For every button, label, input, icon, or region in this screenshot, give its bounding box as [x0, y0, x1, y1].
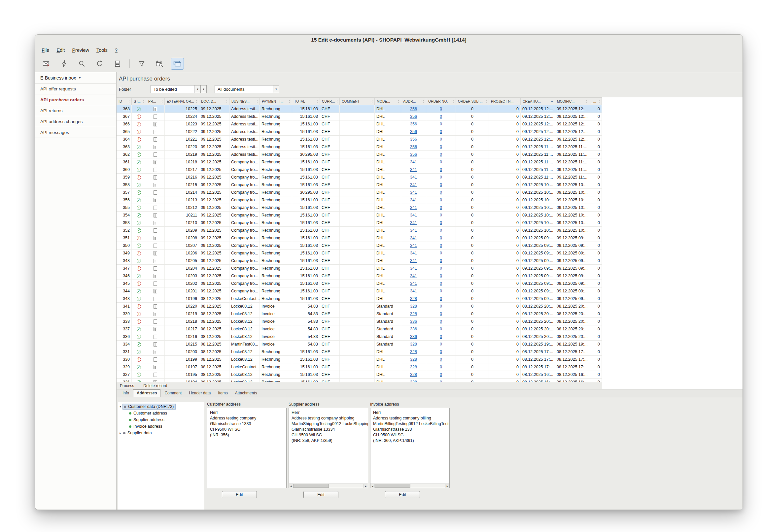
address-link[interactable]: 341: [410, 213, 417, 218]
address-link[interactable]: 341: [410, 228, 417, 233]
address-link[interactable]: 341: [410, 198, 417, 202]
edit-invoice-address-button[interactable]: Edit: [385, 491, 420, 499]
document-preview-icon[interactable]: [154, 289, 157, 294]
column-header-modified[interactable]: MODIFIC...: [555, 98, 589, 105]
table-row[interactable]: 352✓1020909.12.2025Company fro...Rechnun…: [116, 227, 602, 234]
document-preview-icon[interactable]: [154, 342, 157, 347]
table-row[interactable]: 360✓1021709.12.2025Company fro...Rechnun…: [116, 166, 602, 173]
table-row[interactable]: 336✓1021608.12.2025Locke08.12Invoice54.8…: [116, 333, 602, 341]
address-link[interactable]: 341: [410, 266, 417, 271]
order-no-link[interactable]: 0: [440, 235, 442, 240]
filter-icon[interactable]: [135, 58, 148, 70]
order-no-link[interactable]: 0: [440, 274, 442, 278]
tab-addresses[interactable]: Addresses: [133, 389, 160, 397]
table-row[interactable]: 366!1022309.12.2025Address testi...Rechn…: [116, 120, 602, 128]
document-preview-icon[interactable]: [154, 372, 157, 377]
document-preview-icon[interactable]: [154, 221, 157, 225]
column-header-currency[interactable]: CURR...: [320, 98, 340, 105]
table-row[interactable]: 326✓1019408.12.2025Locke08.12Rechnung15'…: [116, 378, 602, 382]
order-no-link[interactable]: 0: [440, 190, 442, 195]
table-row[interactable]: 341!1022008.12.2025Locke08.12Invoice54.8…: [116, 302, 602, 310]
order-no-link[interactable]: 0: [440, 350, 442, 354]
order-no-link[interactable]: 0: [440, 221, 442, 225]
search-icon[interactable]: [75, 58, 89, 70]
address-link[interactable]: 328: [410, 350, 417, 354]
tree-item-invoice-address[interactable]: Invoice address: [118, 423, 204, 430]
address-link[interactable]: 356: [410, 122, 417, 126]
document-preview-icon[interactable]: [154, 365, 157, 369]
document-preview-icon[interactable]: [154, 259, 157, 263]
order-no-link[interactable]: 0: [440, 182, 442, 187]
table-row[interactable]: 350✓1020709.12.2025Company fro...Rechnun…: [116, 242, 602, 249]
scrollbar-thumb[interactable]: [375, 484, 411, 488]
process-button[interactable]: Process: [120, 383, 134, 388]
order-no-link[interactable]: 0: [440, 372, 442, 377]
table-row[interactable]: 327✓1019508.12.2025Locke08.12Rechnung15'…: [116, 371, 602, 378]
order-no-link[interactable]: 0: [440, 304, 442, 308]
address-link[interactable]: 341: [410, 251, 417, 255]
column-header-payment_type[interactable]: PAYMENT T...: [260, 98, 292, 105]
table-row[interactable]: 330!1019908.12.2025Locke08.12Rechnung15'…: [116, 356, 602, 364]
table-row[interactable]: 351!1020809.12.2025Company fro...Rechnun…: [116, 234, 602, 242]
document-preview-icon[interactable]: [154, 167, 157, 172]
sidebar-header-dropdown[interactable]: E-Business inbox ▾: [35, 72, 116, 84]
order-no-link[interactable]: 0: [440, 266, 442, 271]
table-row[interactable]: 348✓1020509.12.2025Company fro...Rechnun…: [116, 257, 602, 265]
address-link[interactable]: 341: [410, 175, 417, 179]
table-row[interactable]: 363✓1022009.12.2025Address testi...Rechn…: [116, 143, 602, 151]
table-row[interactable]: 357✓1021409.12.2025Company fro...Rechnun…: [116, 189, 602, 196]
tab-attachments[interactable]: Attachments: [232, 390, 261, 397]
scroll-left-arrow[interactable]: ◀: [370, 484, 375, 488]
menu-item-preview[interactable]: Preview: [69, 46, 93, 54]
address-link[interactable]: 328: [410, 297, 417, 301]
address-link[interactable]: 341: [410, 182, 417, 187]
table-row[interactable]: 354✓1021109.12.2025Company fro...Rechnun…: [116, 212, 602, 219]
order-no-link[interactable]: 0: [440, 327, 442, 331]
column-header-id[interactable]: ID: [116, 98, 132, 105]
address-link[interactable]: 341: [410, 167, 417, 172]
table-row[interactable]: 368✓1022509.12.2025Address testi...Rechn…: [116, 105, 602, 113]
address-link[interactable]: 356: [410, 106, 417, 111]
column-header-business[interactable]: BUSINES...: [229, 98, 260, 105]
address-link[interactable]: 328: [410, 365, 417, 369]
document-preview-icon[interactable]: [154, 312, 157, 316]
document-preview-icon[interactable]: [154, 137, 157, 142]
order-no-link[interactable]: 0: [440, 129, 442, 134]
scroll-right-arrow[interactable]: ▶: [445, 484, 449, 488]
address-link[interactable]: 341: [410, 235, 417, 240]
order-no-link[interactable]: 0: [440, 137, 442, 142]
document-preview-icon[interactable]: [154, 350, 157, 354]
address-link[interactable]: 356: [410, 145, 417, 149]
table-row[interactable]: 353✓1021009.12.2025Company fro...Rechnun…: [116, 219, 602, 227]
lightning-icon[interactable]: [57, 58, 71, 70]
column-header-order_sub[interactable]: ORDER SUB-...: [456, 98, 489, 105]
tab-items[interactable]: Items: [215, 390, 231, 397]
table-row[interactable]: 329✓1019708.12.2025LockeContact...Rechnu…: [116, 364, 602, 371]
document-preview-icon[interactable]: [154, 282, 157, 286]
address-link[interactable]: 341: [410, 221, 417, 225]
document-preview-icon[interactable]: [154, 122, 157, 126]
document-preview-icon[interactable]: [154, 304, 157, 308]
document-preview-icon[interactable]: [154, 335, 157, 339]
document-preview-icon[interactable]: [154, 297, 157, 301]
order-no-link[interactable]: 0: [440, 342, 442, 347]
sidebar-item-api-address-changes[interactable]: API address changes: [35, 116, 116, 127]
document-preview-icon[interactable]: [154, 206, 157, 210]
order-no-link[interactable]: 0: [440, 198, 442, 202]
order-no-link[interactable]: 0: [440, 311, 442, 316]
order-no-link[interactable]: 0: [440, 114, 442, 119]
order-no-link[interactable]: 0: [440, 122, 442, 126]
delete-record-button[interactable]: Delete record: [143, 383, 167, 388]
address-link[interactable]: 341: [410, 281, 417, 286]
address-link[interactable]: 328: [410, 342, 417, 347]
order-no-link[interactable]: 0: [440, 106, 442, 111]
document-preview-icon[interactable]: [154, 175, 157, 179]
calendar-search-icon[interactable]: [153, 58, 166, 70]
sidebar-item-api-purchase-orders[interactable]: API purchase orders: [35, 95, 116, 105]
order-no-link[interactable]: 0: [440, 167, 442, 172]
table-row[interactable]: 345!1020209.12.2025Company fro...Rechnun…: [116, 280, 602, 288]
address-link[interactable]: 341: [410, 258, 417, 263]
order-no-link[interactable]: 0: [440, 258, 442, 263]
table-row[interactable]: 346✓1020309.12.2025Company fro...Rechnun…: [116, 272, 602, 280]
table-row[interactable]: 367!1022409.12.2025Address testi...Rechn…: [116, 113, 602, 120]
